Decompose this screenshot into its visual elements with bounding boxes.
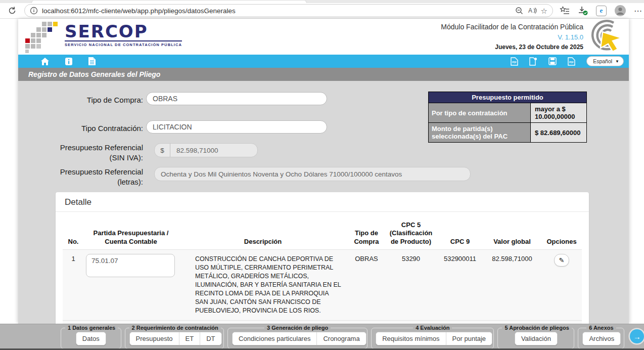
info-icon[interactable]	[65, 57, 73, 66]
et-button[interactable]: ET	[179, 332, 200, 345]
wizard-bar: 1 Datos generales Datos 2 Requerimiento …	[0, 324, 644, 348]
detalle-title: Detalle	[56, 192, 589, 212]
url-text[interactable]: localhost:6012/mfc-cliente/web/app.php/p…	[42, 7, 511, 15]
presupuesto-siniva-label: Presupuesto Referencial (SIN IVA):	[47, 143, 143, 163]
col-partida: Partida Presupuestaria / Cuenta Contable	[84, 229, 178, 246]
presupuesto-permitido-table: Presupuesto permitido Por tipo de contra…	[428, 92, 587, 143]
sercop-brand: SERCOP SERVICIO NACIONAL DE CONTRATACIÓN…	[25, 22, 182, 53]
favorites-list-icon[interactable]	[560, 6, 570, 15]
version-label: V. 1.15.0	[441, 32, 583, 42]
presupuesto-permitido-title: Presupuesto permitido	[429, 92, 586, 103]
new-document-icon[interactable]	[529, 57, 537, 66]
content-area: Tipo de Compra: Tipo Contratación: Presu…	[18, 81, 629, 324]
language-value: Español	[593, 58, 612, 64]
site-info-icon[interactable]	[30, 7, 38, 15]
presupuesto-siniva-label-line2: (SIN IVA):	[110, 153, 143, 162]
datos-button[interactable]: Datos	[76, 332, 106, 345]
ie-mode-icon[interactable]: e	[596, 6, 607, 16]
home-icon[interactable]	[40, 57, 50, 66]
presupuesto-letras-value: Ochenta y Dos Mil Quinientos Noventa y O…	[155, 170, 408, 178]
wizard-legend: 4 Evaluación	[413, 325, 452, 331]
address-bar[interactable]: localhost:6012/mfc-cliente/web/app.php/p…	[24, 4, 553, 17]
table-row: Por tipo de contratación mayor a $ 10.00…	[429, 103, 586, 122]
pp-row1-value: mayor a $ 10.000,00000	[531, 103, 586, 122]
download-icon[interactable]	[577, 6, 588, 16]
pdf-file-icon[interactable]: PDF	[568, 57, 575, 66]
module-title: Módulo Facilitador de la Contratación Pú…	[441, 22, 583, 32]
wizard-group-generacion-pliego: 3 Generación de pliego Condiciones parti…	[227, 325, 367, 349]
favorite-star-icon[interactable]: ☆	[541, 7, 547, 15]
document-icon[interactable]	[88, 57, 96, 66]
presupuesto-letras-label-line1: Presupuesto Referencial	[60, 167, 143, 176]
cronograma-button[interactable]: Cronograma	[316, 332, 365, 345]
sercop-logo-mosaic	[25, 22, 61, 53]
detalle-panel: Detalle No. Partida Presupuestaria / Cue…	[56, 192, 589, 338]
wizard-group-aprobacion: 5 Aprobación de pliegos Validación	[497, 325, 574, 349]
page-title: Registro de Datos Generales del Pliego	[18, 68, 629, 81]
date-label: Jueves, 23 de Octubre de 2025	[441, 42, 583, 52]
wizard-legend: 1 Datos generales	[65, 325, 118, 331]
browser-menu-icon[interactable]: ⋯	[634, 6, 642, 16]
tipo-compra-input[interactable]	[146, 92, 327, 105]
app-toolbar: PDF PDF Español ▼	[18, 55, 629, 68]
row-no: 1	[63, 254, 84, 315]
archivos-button[interactable]: Archivos	[583, 332, 620, 345]
svg-text:PDF: PDF	[512, 61, 517, 64]
tipo-contratacion-input[interactable]	[146, 120, 327, 134]
detalle-header-row: No. Partida Presupuestaria / Cuenta Cont…	[63, 221, 582, 249]
por-puntaje-button[interactable]: Por puntaje	[446, 332, 492, 345]
arrow-right-icon: →	[633, 332, 641, 341]
pencil-icon: ✎	[559, 256, 565, 264]
chevron-down-icon: ▼	[615, 59, 619, 64]
pp-row1-label: Por tipo de contratación	[429, 103, 531, 122]
col-cpc5: CPC 5 (Clasificación de Producto)	[385, 221, 437, 246]
row-cpc9: 532900011	[437, 254, 483, 315]
tipo-contratacion-label: Tipo Contratación:	[47, 123, 143, 134]
col-cpc9: CPC 9	[437, 238, 483, 246]
browser-chrome: localhost:6012/mfc-cliente/web/app.php/p…	[0, 0, 644, 19]
language-select[interactable]: Español ▼	[586, 56, 624, 66]
validacion-button[interactable]: Validación	[515, 332, 557, 345]
partida-input[interactable]: 75.01.07	[86, 254, 175, 277]
requisitos-minimos-button[interactable]: Requisitos mínimos	[376, 332, 445, 345]
pp-row2-value: $ 82.689,60000	[531, 123, 586, 142]
brand-name: SERCOP	[65, 23, 182, 40]
read-aloud-icon[interactable]: A	[528, 7, 537, 15]
col-descripcion: Descripción	[178, 238, 348, 246]
wizard-group-requerimiento: 2 Requerimiento de contratación Presupue…	[125, 325, 224, 349]
profile-avatar[interactable]	[614, 5, 626, 17]
condiciones-particulares-button[interactable]: Condiciones particulares	[233, 332, 316, 345]
app-header: SERCOP SERVICIO NACIONAL DE CONTRATACIÓN…	[18, 19, 629, 55]
zoom-out-icon[interactable]	[515, 7, 524, 15]
mfc-logo	[584, 20, 625, 53]
wizard-group-datos-generales: 1 Datos generales Datos	[61, 325, 121, 349]
app-window: SERCOP SERVICIO NACIONAL DE CONTRATACIÓN…	[18, 19, 629, 324]
dt-button[interactable]: DT	[200, 332, 221, 345]
presupuesto-letras-label-line2: (letras):	[117, 178, 143, 186]
col-no: No.	[63, 238, 84, 246]
row-descripcion: CONSTRUCCIÓN DE CANCHA DEPORTIVA DE USO …	[178, 254, 348, 315]
col-opciones: Opciones	[541, 238, 582, 246]
edit-row-button[interactable]: ✎	[554, 254, 569, 267]
presupuesto-letras-label: Presupuesto Referencial (letras):	[47, 167, 143, 188]
table-row: Monto de partida(s) seleccionada(s) del …	[429, 122, 586, 142]
col-valor-global: Valor global	[483, 238, 541, 246]
presupuesto-siniva-label-line1: Presupuesto Referencial	[60, 143, 143, 152]
presupuesto-siniva-value: 82.598,71000	[170, 147, 224, 154]
presupuesto-button[interactable]: Presupuesto	[130, 332, 179, 345]
next-step-button[interactable]: →	[630, 329, 644, 343]
table-row: 1 75.01.07 CONSTRUCCIÓN DE CANCHA DEPORT…	[63, 249, 582, 321]
wizard-legend: 6 Anexos	[586, 325, 616, 331]
wizard-legend: 2 Requerimiento de contratación	[129, 325, 221, 331]
tipo-compra-label: Tipo de Compra:	[47, 95, 143, 105]
browser-address-row: localhost:6012/mfc-cliente/web/app.php/p…	[0, 3, 644, 18]
export-pdf-icon[interactable]: PDF	[511, 57, 518, 66]
wizard-legend: 3 Generación de pliego	[264, 325, 331, 331]
col-tipo-compra: Tipo de Compra	[348, 229, 385, 246]
svg-text:PDF: PDF	[569, 61, 574, 64]
svg-text:A: A	[528, 7, 532, 14]
row-tipo-compra: OBRAS	[348, 254, 385, 315]
save-icon[interactable]	[548, 57, 557, 65]
presupuesto-siniva-field: $ 82.598,71000	[154, 143, 258, 157]
refresh-icon[interactable]	[6, 5, 18, 17]
